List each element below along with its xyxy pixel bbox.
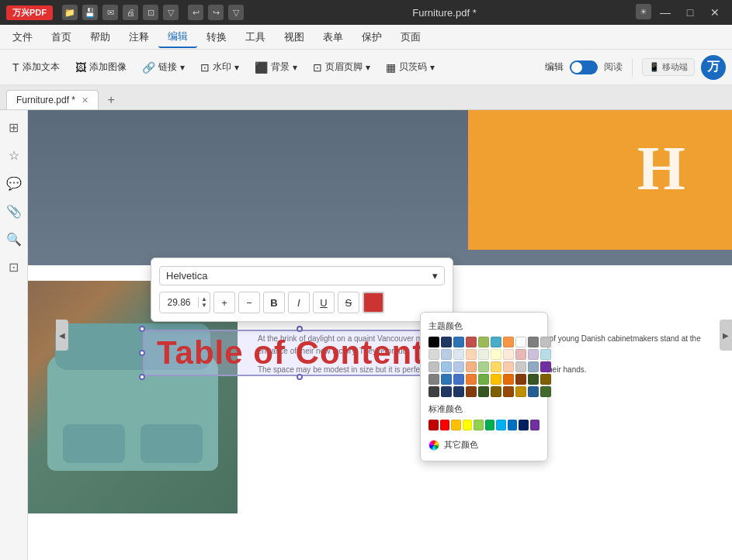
swatch-8[interactable] [515,337,526,347]
std-swatch-5[interactable] [474,420,484,430]
swatch-39[interactable] [528,374,539,385]
std-swatch-9[interactable] [519,420,529,430]
arrow-icon[interactable]: ▽ [163,5,179,20]
swatch-5[interactable] [478,337,489,347]
redo-icon[interactable]: ↪ [208,5,224,20]
minimize-button[interactable]: — [654,4,676,21]
swatch-7[interactable] [503,337,514,347]
text-color-button[interactable] [363,292,384,313]
font-size-down-button[interactable]: ▼ [199,302,210,309]
swatch-37[interactable] [503,374,514,385]
std-swatch-4[interactable] [463,420,473,430]
menu-convert[interactable]: 转换 [197,27,236,47]
increase-font-button[interactable]: + [213,292,235,313]
share-icon[interactable]: ⊡ [143,5,158,20]
font-size-input[interactable]: 29.86 ▲ ▼ [159,292,210,313]
menu-file[interactable]: 文件 [3,27,42,47]
pdf-tab[interactable]: Furniture.pdf * ✕ [6,90,99,109]
add-text-button[interactable]: T 添加文本 [6,57,66,77]
bold-button[interactable]: B [263,292,285,313]
swatch-49[interactable] [528,386,539,397]
swatch-31[interactable] [428,374,439,385]
decrease-font-button[interactable]: − [238,292,260,313]
tab-close-button[interactable]: ✕ [82,95,88,105]
swatch-27[interactable] [503,361,514,372]
swatch-47[interactable] [503,386,514,397]
handle-top-left[interactable] [139,326,145,332]
selected-text-element[interactable]: Table of Contents [143,330,457,376]
menu-annotate[interactable]: 注释 [120,27,158,47]
maximize-button[interactable]: □ [679,4,701,21]
swatch-40[interactable] [540,374,551,385]
add-tab-button[interactable]: + [102,91,120,109]
underline-button[interactable]: U [313,292,335,313]
swatch-30[interactable] [540,361,551,372]
handle-middle-left[interactable] [139,350,145,356]
menu-home[interactable]: 首页 [42,27,81,47]
header-footer-button[interactable]: ⊡ 页眉页脚 ▾ [307,57,376,77]
mobile-button[interactable]: 📱 移动端 [642,58,695,76]
swatch-32[interactable] [441,374,452,385]
swatch-24[interactable] [466,361,477,372]
swatch-41[interactable] [428,386,439,397]
sidebar-layers-icon[interactable]: ⊡ [3,256,25,278]
background-button[interactable]: ⬛ 背景 ▾ [248,57,304,77]
menu-protect[interactable]: 保护 [352,27,391,47]
swatch-48[interactable] [515,386,526,397]
swatch-42[interactable] [441,386,452,397]
sidebar-attachment-icon[interactable]: 📎 [3,200,25,222]
swatch-33[interactable] [453,374,464,385]
swatch-44[interactable] [466,386,477,397]
dropdown-icon[interactable]: ▽ [228,5,244,20]
swatch-19[interactable] [528,349,539,360]
right-panel-collapse-button[interactable]: ▶ [720,320,732,351]
save-icon[interactable]: 💾 [82,5,98,20]
swatch-10[interactable] [540,337,551,347]
swatch-13[interactable] [453,349,464,360]
sun-icon[interactable]: ☀ [636,4,651,19]
swatch-29[interactable] [528,361,539,372]
swatch-35[interactable] [478,374,489,385]
close-button[interactable]: ✕ [704,4,726,21]
swatch-50[interactable] [540,386,551,397]
swatch-9[interactable] [528,337,539,347]
swatch-45[interactable] [478,386,489,397]
swatch-1[interactable] [428,337,439,347]
swatch-2[interactable] [441,337,452,347]
swatch-4[interactable] [466,337,477,347]
barcode-button[interactable]: ▦ 贝茨码 ▾ [380,57,441,77]
menu-form[interactable]: 表单 [314,27,352,47]
menu-tools[interactable]: 工具 [236,27,275,47]
open-icon[interactable]: 📁 [62,5,78,20]
edit-toggle[interactable] [570,60,598,74]
std-swatch-8[interactable] [508,420,518,430]
print-icon[interactable]: 🖨 [123,5,138,20]
swatch-22[interactable] [441,361,452,372]
sidebar-comment-icon[interactable]: 💬 [3,172,25,194]
std-swatch-1[interactable] [428,420,439,430]
swatch-16[interactable] [491,349,501,360]
swatch-23[interactable] [453,361,464,372]
swatch-28[interactable] [515,361,526,372]
strikethrough-button[interactable]: S [338,292,359,313]
swatch-26[interactable] [491,361,501,372]
sidebar-bookmark-icon[interactable]: ☆ [3,144,25,166]
user-menu-button[interactable]: 万 [701,55,726,80]
std-swatch-6[interactable] [485,420,495,430]
std-swatch-3[interactable] [451,420,461,430]
link-button[interactable]: 🔗 链接 ▾ [136,57,191,77]
swatch-46[interactable] [491,386,501,397]
italic-button[interactable]: I [288,292,310,313]
add-image-button[interactable]: 🖼 添加图像 [69,57,133,77]
swatch-43[interactable] [453,386,464,397]
swatch-34[interactable] [466,374,477,385]
std-swatch-7[interactable] [496,420,506,430]
menu-help[interactable]: 帮助 [81,27,120,47]
swatch-20[interactable] [540,349,551,360]
swatch-15[interactable] [478,349,489,360]
font-selector[interactable]: Helvetica ▾ [159,266,445,285]
swatch-25[interactable] [478,361,489,372]
handle-top-center[interactable] [297,326,303,332]
more-colors-button[interactable]: 其它颜色 [428,437,539,453]
sidebar-thumbnail-icon[interactable]: ⊞ [3,116,25,138]
